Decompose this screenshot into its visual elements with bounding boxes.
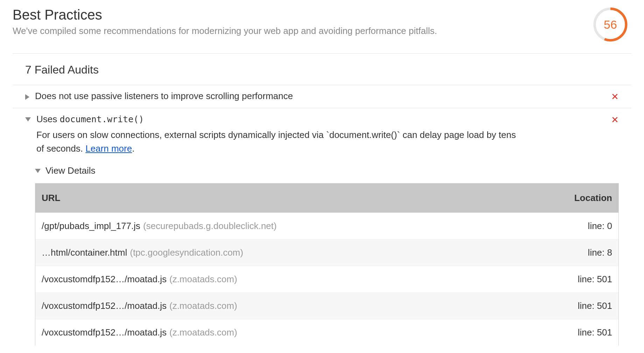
- fail-x-icon: ✕: [611, 91, 619, 102]
- url-path: /voxcustomdfp152…/moatad.js: [42, 300, 167, 311]
- cell-location: line: 501: [548, 266, 618, 292]
- cell-location: line: 0: [548, 213, 618, 239]
- score-gauge: 56: [593, 7, 628, 42]
- cell-url: /voxcustomdfp152…/moatad.js(z.moatads.co…: [35, 319, 548, 346]
- url-host: (z.moatads.com): [169, 327, 237, 338]
- cell-url: /gpt/pubads_impl_177.js(securepubads.g.d…: [35, 213, 548, 239]
- table-row: …html/container.html(tpc.googlesyndicati…: [35, 239, 618, 266]
- cell-url: /voxcustomdfp152…/moatad.js(z.moatads.co…: [35, 266, 548, 292]
- header-text: Best Practices We've compiled some recom…: [13, 7, 437, 36]
- audit-description: For users on slow connections, external …: [36, 128, 516, 155]
- view-details-toggle[interactable]: View Details: [35, 165, 619, 176]
- col-url: URL: [35, 184, 548, 213]
- table-row: /voxcustomdfp152…/moatad.js(z.moatads.co…: [35, 319, 618, 346]
- audit-title-prefix: Uses: [36, 114, 59, 124]
- view-details-label: View Details: [46, 165, 96, 176]
- audit-item[interactable]: Does not use passive listeners to improv…: [13, 85, 631, 108]
- score-value: 56: [593, 7, 628, 42]
- audit-title: Uses document.write(): [36, 114, 606, 125]
- audit-item[interactable]: Uses document.write() For users on slow …: [13, 108, 631, 351]
- col-location: Location: [548, 184, 618, 213]
- url-path: /voxcustomdfp152…/moatad.js: [42, 327, 167, 338]
- page-title: Best Practices: [13, 7, 437, 23]
- table-row: /voxcustomdfp152…/moatad.js(z.moatads.co…: [35, 266, 618, 292]
- url-host: (securepubads.g.doubleclick.net): [143, 221, 277, 231]
- learn-more-link[interactable]: Learn more: [85, 143, 132, 154]
- chevron-down-icon: [35, 169, 41, 173]
- audit-title-code: document.write(): [59, 114, 144, 124]
- url-path: /gpt/pubads_impl_177.js: [42, 221, 140, 231]
- url-path: /voxcustomdfp152…/moatad.js: [42, 274, 167, 284]
- header: Best Practices We've compiled some recom…: [13, 7, 631, 54]
- url-host: (z.moatads.com): [169, 274, 237, 284]
- url-path: …html/container.html: [42, 247, 127, 258]
- cell-location: line: 8: [548, 240, 618, 266]
- page-subtitle: We've compiled some recommendations for …: [13, 26, 437, 36]
- cell-location: line: 501: [548, 319, 618, 346]
- fail-x-icon: ✕: [611, 114, 619, 125]
- chevron-right-icon: [25, 94, 29, 100]
- cell-url: /voxcustomdfp152…/moatad.js(z.moatads.co…: [35, 293, 548, 319]
- cell-location: line: 501: [548, 293, 618, 319]
- table-row: /voxcustomdfp152…/moatad.js(z.moatads.co…: [35, 292, 618, 319]
- url-host: (z.moatads.com): [169, 300, 237, 311]
- table-header: URL Location: [35, 184, 618, 213]
- audit-title: Does not use passive listeners to improv…: [35, 91, 293, 102]
- url-host: (tpc.googlesyndication.com): [130, 247, 243, 258]
- cell-url: …html/container.html(tpc.googlesyndicati…: [35, 240, 548, 266]
- table-row: /gpt/pubads_impl_177.js(securepubads.g.d…: [35, 213, 618, 239]
- details-table: URL Location /gpt/pubads_impl_177.js(sec…: [35, 183, 619, 346]
- section-title: 7 Failed Audits: [13, 54, 631, 85]
- chevron-down-icon: [25, 117, 31, 122]
